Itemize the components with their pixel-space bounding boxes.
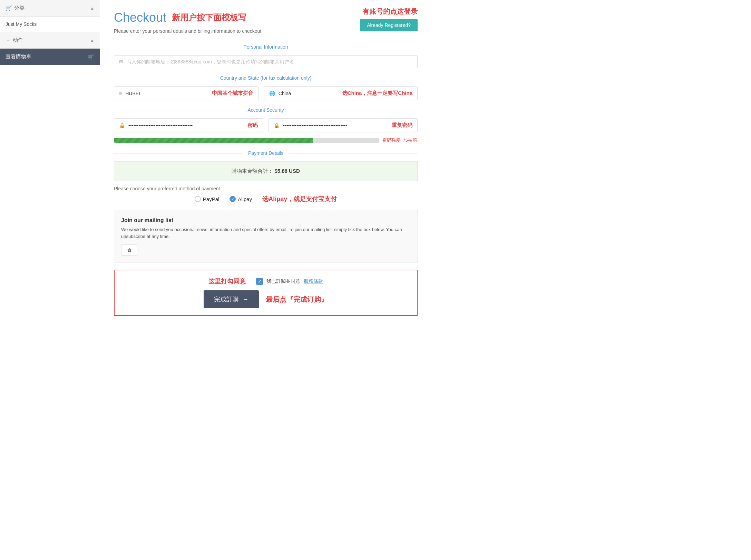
- terms-checkbox[interactable]: ✓: [256, 278, 263, 285]
- state-annotation: 中国某个城市拼音: [212, 90, 253, 97]
- alipay-option[interactable]: Alipay: [230, 196, 252, 202]
- confirm-password-field-container: 🔒 重复密码: [269, 118, 418, 132]
- country-icon: 🌐: [269, 91, 275, 96]
- already-registered-button[interactable]: Already Registered?: [360, 19, 418, 31]
- paypal-radio[interactable]: [195, 196, 201, 202]
- country-input[interactable]: [279, 91, 339, 96]
- cart-icon-small: 🛒: [6, 5, 12, 11]
- categories-label: 分类: [14, 5, 25, 11]
- password-annotation: 密码: [247, 122, 258, 129]
- lock-icon: 🔒: [119, 123, 125, 128]
- checkout-subtitle: 新用户按下面模板写: [172, 12, 246, 23]
- payment-method-row: PayPal Alipay 选Alipay，就是支付宝支付: [114, 195, 418, 203]
- mailing-toggle-row: 否: [121, 244, 410, 256]
- payment-details-divider: Payment Details: [114, 150, 418, 156]
- personal-info-label: Personal Information: [238, 44, 293, 50]
- country-state-divider: Country and State (for tax calculation o…: [114, 75, 418, 81]
- already-registered-note: 有账号的点这登录: [360, 7, 418, 16]
- paypal-option[interactable]: PayPal: [195, 196, 220, 202]
- mailing-title: Join our mailing list: [121, 217, 410, 223]
- view-cart-button[interactable]: 查看購物車 🛒: [0, 49, 100, 65]
- total-label: 購物車金額合計：: [232, 168, 273, 174]
- state-input[interactable]: [125, 91, 208, 96]
- mailing-desc: We would like to send you occasional new…: [121, 226, 410, 240]
- account-security-divider: Account Security: [114, 107, 418, 113]
- password-row: 🔒 密码 🔒 重复密码: [114, 118, 418, 132]
- chevron-up-icon-2: ▲: [90, 38, 94, 43]
- paypal-label: PayPal: [203, 196, 220, 202]
- already-registered-section: 有账号的点这登录 Already Registered?: [360, 7, 418, 31]
- email-icon: ✉: [119, 59, 123, 64]
- country-field-container: 🌐 选China，注意一定要写China: [264, 86, 418, 100]
- payment-details-label: Payment Details: [243, 150, 289, 156]
- strength-bar-container: [114, 138, 379, 143]
- payment-total: 購物車金額合計： $5.88 USD: [114, 161, 418, 181]
- terms-text: 我已詳閱並同意: [266, 278, 300, 284]
- checkout-title: Checkout: [114, 10, 166, 25]
- payment-method-prompt: Please choose your preferred method of p…: [114, 186, 418, 191]
- categories-header: 🛒 分类 ▲: [0, 0, 100, 17]
- terms-annotation: 这里打勾同意: [208, 277, 246, 286]
- alipay-annotation: 选Alipay，就是支付宝支付: [262, 195, 337, 203]
- terms-link[interactable]: 服務條款: [304, 278, 323, 284]
- product-name: Just My Socks: [0, 17, 100, 32]
- email-field-container: ✉: [114, 55, 418, 68]
- complete-btn-label: 完成訂購: [214, 295, 239, 303]
- alipay-label: Alipay: [238, 196, 252, 202]
- strength-label: 密码强度: 75% 强: [382, 137, 418, 143]
- cart-icon-btn: 🛒: [88, 54, 94, 60]
- mailing-section: Join our mailing list We would like to s…: [114, 210, 418, 263]
- password-strength-bar: 密码强度: 75% 强: [114, 137, 418, 143]
- cart-button-label: 查看購物車: [6, 53, 31, 60]
- complete-order-button[interactable]: 完成訂購 →: [204, 290, 259, 308]
- plus-icon: ＋: [6, 37, 11, 43]
- password-field-container: 🔒 密码: [114, 118, 263, 132]
- total-amount: $5.88 USD: [274, 168, 300, 174]
- lock-icon-2: 🔒: [274, 123, 280, 128]
- terms-row: 这里打勾同意 ✓ 我已詳閱並同意 服務條款: [208, 277, 323, 286]
- confirm-password-input[interactable]: [283, 123, 388, 128]
- country-annotation: 选China，注意一定要写China: [342, 90, 412, 97]
- personal-info-divider: Personal Information: [114, 44, 418, 50]
- email-input[interactable]: [127, 59, 412, 64]
- location-row: ≡ 中国某个城市拼音 🌐 选China，注意一定要写China: [114, 86, 418, 100]
- complete-bottom: 完成訂購 → 最后点『完成订购』: [121, 290, 410, 308]
- strength-bar-fill: [114, 138, 313, 143]
- complete-annotation: 最后点『完成订购』: [266, 295, 328, 304]
- password-input[interactable]: [128, 123, 244, 128]
- confirm-annotation: 重复密码: [392, 122, 412, 129]
- complete-section: 这里打勾同意 ✓ 我已詳閱並同意 服務條款 完成訂購 → 最后点『完成订购』: [114, 270, 418, 316]
- actions-header: ＋ 动作 ▲: [0, 32, 100, 49]
- mailing-toggle-button[interactable]: 否: [121, 244, 137, 256]
- country-state-label: Country and State (for tax calculation o…: [215, 75, 317, 81]
- state-icon: ≡: [119, 91, 122, 96]
- account-security-label: Account Security: [242, 107, 289, 113]
- alipay-radio[interactable]: [230, 196, 236, 202]
- actions-label: 动作: [13, 37, 23, 43]
- chevron-up-icon: ▲: [90, 6, 94, 11]
- state-field-container: ≡ 中国某个城市拼音: [114, 86, 259, 100]
- complete-btn-icon: →: [242, 296, 248, 303]
